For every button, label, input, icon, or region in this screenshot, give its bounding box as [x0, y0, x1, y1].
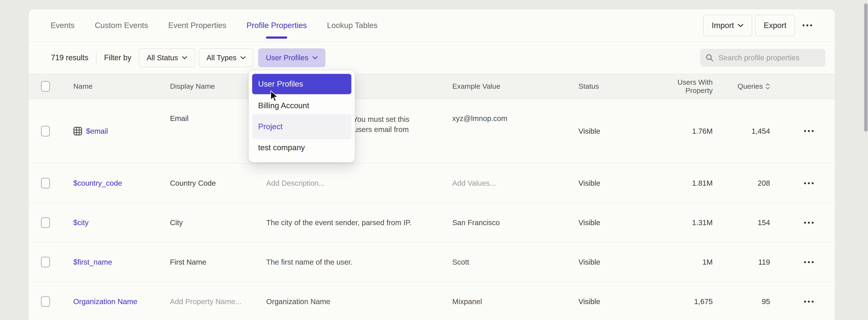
- toolbar-actions: Import Export: [703, 15, 835, 36]
- property-description[interactable]: Add Description...: [266, 178, 331, 188]
- table-row: $email Email The user's email address. Y…: [29, 99, 835, 164]
- export-button-label: Export: [764, 21, 786, 30]
- queries-value: 119: [758, 258, 770, 266]
- column-header-name[interactable]: Name: [73, 82, 170, 91]
- cursor-pointer: [270, 91, 279, 102]
- more-icon: [808, 222, 810, 224]
- property-name-link[interactable]: $first_name: [73, 258, 112, 266]
- more-icon: [804, 130, 806, 132]
- more-icon: [804, 301, 806, 303]
- queries-header-label: Queries: [738, 82, 763, 91]
- entity-filter-dropdown[interactable]: User Profiles: [258, 48, 325, 67]
- property-name: $city: [73, 218, 89, 227]
- import-button[interactable]: Import: [703, 15, 752, 36]
- queries-value: 95: [762, 297, 770, 306]
- status-value: Visible: [579, 179, 600, 187]
- row-checkbox[interactable]: [41, 296, 50, 307]
- example-value[interactable]: Scott: [452, 258, 476, 266]
- main-panel: EventsCustom EventsEvent PropertiesProfi…: [29, 9, 835, 320]
- dropdown-item-billing-account[interactable]: Billing Account: [252, 97, 351, 114]
- more-icon: [808, 182, 810, 184]
- more-icon: [806, 25, 808, 26]
- property-name-link[interactable]: $email: [73, 127, 108, 136]
- more-icon: [812, 301, 814, 303]
- property-description[interactable]: Organization Name: [266, 296, 337, 307]
- column-header-example-value[interactable]: Example Value: [452, 82, 579, 91]
- row-more-button[interactable]: [800, 257, 818, 268]
- tab-profile-properties[interactable]: Profile Properties: [247, 9, 307, 41]
- chevron-down-icon: [240, 56, 246, 60]
- tab-label: Lookup Tables: [327, 21, 377, 30]
- status-filter-label: All Status: [147, 54, 178, 62]
- property-name: Organization Name: [73, 297, 137, 306]
- row-checkbox[interactable]: [41, 217, 50, 228]
- tab-event-properties[interactable]: Event Properties: [168, 9, 226, 41]
- property-name-link[interactable]: $country_code: [73, 179, 122, 187]
- users-with-property-value: 1M: [702, 258, 713, 266]
- row-checkbox[interactable]: [41, 178, 50, 188]
- dropdown-item-user-profiles[interactable]: User Profiles: [252, 74, 351, 94]
- property-name: $country_code: [73, 179, 122, 187]
- users-with-property-value: 1.31M: [692, 218, 713, 227]
- dropdown-item-test-company[interactable]: test company: [252, 139, 351, 156]
- display-name[interactable]: Add Property Name...: [170, 297, 242, 306]
- column-header-queries[interactable]: Queries: [713, 82, 770, 91]
- export-button[interactable]: Export: [755, 15, 795, 36]
- tab-label: Profile Properties: [247, 21, 307, 30]
- example-value[interactable]: San Francisco: [452, 218, 506, 227]
- row-checkbox[interactable]: [41, 257, 50, 268]
- table-row: $first_name First Name The first name of…: [29, 243, 835, 282]
- search-input[interactable]: [718, 53, 823, 62]
- tab-label: Custom Events: [95, 21, 148, 30]
- more-icon: [812, 222, 814, 224]
- tab-events[interactable]: Events: [51, 9, 74, 41]
- property-name-link[interactable]: $city: [73, 218, 89, 227]
- tab-custom-events[interactable]: Custom Events: [95, 9, 148, 41]
- table-row: $country_code Country Code Add Descripti…: [29, 164, 835, 203]
- entity-dropdown-menu: User ProfilesBilling AccountProjecttest …: [249, 70, 355, 162]
- status-filter-dropdown[interactable]: All Status: [139, 48, 195, 67]
- display-name[interactable]: First Name: [170, 258, 206, 266]
- row-more-button[interactable]: [800, 126, 818, 136]
- more-icon: [812, 130, 814, 132]
- more-options-button[interactable]: [798, 15, 817, 36]
- property-name-link[interactable]: Organization Name: [73, 297, 137, 306]
- chevron-down-icon: [737, 23, 744, 28]
- property-description[interactable]: The first name of the user.: [266, 257, 359, 267]
- row-more-button[interactable]: [800, 296, 818, 307]
- dropdown-item-project[interactable]: Project: [252, 114, 351, 139]
- tab-lookup-tables[interactable]: Lookup Tables: [327, 9, 377, 41]
- import-button-label: Import: [712, 21, 734, 30]
- status-value: Visible: [579, 297, 600, 306]
- display-name[interactable]: City: [170, 218, 183, 227]
- example-value[interactable]: xyz@lmnop.com: [452, 114, 514, 123]
- more-icon: [810, 25, 812, 26]
- tab-bar: EventsCustom EventsEvent PropertiesProfi…: [29, 9, 835, 42]
- row-more-button[interactable]: [800, 178, 818, 188]
- status-value: Visible: [579, 127, 600, 135]
- more-icon: [808, 130, 810, 132]
- column-header-status[interactable]: Status: [579, 82, 649, 91]
- select-all-checkbox[interactable]: [41, 81, 50, 92]
- entity-dropdown-items: User ProfilesBilling AccountProjecttest …: [252, 74, 351, 156]
- filter-by-label: Filter by: [104, 53, 131, 62]
- entity-filter-label: User Profiles: [266, 54, 308, 62]
- display-name[interactable]: Country Code: [170, 179, 216, 187]
- more-icon: [812, 261, 814, 263]
- queries-value: 1,454: [751, 127, 770, 135]
- users-with-property-value: 1,675: [694, 297, 713, 306]
- row-checkbox[interactable]: [41, 126, 50, 136]
- row-more-button[interactable]: [800, 217, 818, 228]
- queries-value: 154: [758, 218, 770, 227]
- example-value[interactable]: Add Values...: [452, 179, 502, 187]
- more-icon: [803, 25, 804, 26]
- type-filter-dropdown[interactable]: All Types: [199, 48, 253, 67]
- display-name[interactable]: Email: [170, 114, 189, 123]
- scrollbar-thumb[interactable]: [864, 3, 868, 132]
- more-icon: [804, 261, 806, 263]
- more-icon: [804, 182, 806, 184]
- column-header-users-with-property[interactable]: Users With Property: [649, 78, 713, 95]
- property-description[interactable]: The city of the event sender, parsed fro…: [266, 217, 418, 228]
- chevron-down-icon: [312, 56, 318, 60]
- example-value[interactable]: Mixpanel: [452, 297, 488, 306]
